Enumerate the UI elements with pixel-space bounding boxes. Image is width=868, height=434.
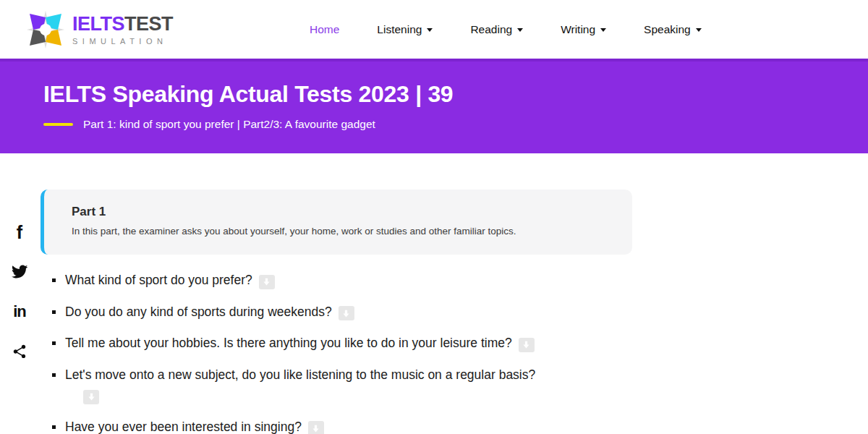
nav-item-label: Writing: [561, 23, 595, 36]
question-text: Let's move onto a new subject, do you li…: [65, 367, 535, 382]
question-text: What kind of sport do you prefer?: [65, 273, 252, 287]
nav-item-writing[interactable]: Writing: [561, 23, 606, 36]
page: IELTSTEST SIMULATION Home Listening Read…: [0, 0, 868, 434]
hero-subtitle-row: Part 1: kind of sport you prefer | Part2…: [43, 118, 375, 131]
page-title: IELTS Speaking Actual Tests 2023 | 39: [43, 81, 453, 108]
nav-item-speaking[interactable]: Speaking: [644, 23, 702, 36]
question-text: Tell me about your hobbies. Is there any…: [65, 336, 512, 350]
header: IELTSTEST SIMULATION Home Listening Read…: [0, 0, 868, 61]
question-item: Do you do any kind of sports during week…: [52, 304, 642, 321]
hero-banner: IELTS Speaking Actual Tests 2023 | 39 Pa…: [0, 61, 868, 153]
questions-list: What kind of sport do you prefer? Do you…: [52, 272, 642, 434]
nav-item-label: Reading: [470, 23, 512, 36]
audio-download-icon[interactable]: [83, 390, 99, 404]
nav-item-label: Speaking: [644, 23, 691, 36]
subtitle-dash: [43, 123, 73, 126]
question-text: Do you do any kind of sports during week…: [65, 305, 332, 319]
bullet-icon: [52, 373, 56, 377]
chevron-down-icon: [517, 28, 523, 32]
audio-download-icon[interactable]: [308, 421, 324, 434]
chevron-down-icon: [600, 28, 606, 32]
page-subtitle: Part 1: kind of sport you prefer | Part2…: [83, 118, 375, 131]
part-card-description: In this part, the examiner asks you abou…: [72, 226, 618, 237]
question-item: Let's move onto a new subject, do you li…: [52, 367, 642, 404]
bullet-icon: [52, 310, 56, 314]
question-item: What kind of sport do you prefer?: [52, 272, 642, 289]
chevron-down-icon: [427, 28, 433, 32]
chevron-down-icon: [696, 28, 702, 32]
nav-item-label: Listening: [377, 23, 422, 36]
question-item: Have you ever been interested in singing…: [52, 419, 642, 434]
logo-title-primary: IELTS: [72, 13, 124, 35]
part-1-card: Part 1 In this part, the examiner asks y…: [41, 190, 632, 255]
linkedin-icon[interactable]: in: [9, 302, 30, 321]
twitter-icon[interactable]: [9, 263, 30, 281]
logo-subtitle: SIMULATION: [72, 37, 173, 46]
bullet-icon: [52, 341, 56, 345]
question-text: Have you ever been interested in singing…: [65, 420, 302, 434]
logo-title: IELTSTEST: [72, 14, 173, 34]
social-share-rail: f in: [7, 223, 32, 361]
nav-item-reading[interactable]: Reading: [470, 23, 523, 36]
nav-item-home[interactable]: Home: [310, 23, 339, 36]
logo-star-icon: [24, 8, 67, 51]
part-card-title: Part 1: [72, 205, 618, 219]
logo-title-secondary: TEST: [124, 13, 173, 35]
nav-item-listening[interactable]: Listening: [377, 23, 433, 36]
nav-item-label: Home: [310, 23, 339, 36]
audio-download-icon[interactable]: [259, 275, 275, 289]
question-item: Tell me about your hobbies. Is there any…: [52, 335, 642, 352]
logo-text: IELTSTEST SIMULATION: [72, 14, 173, 46]
site-logo[interactable]: IELTSTEST SIMULATION: [24, 8, 173, 51]
facebook-icon[interactable]: f: [9, 223, 30, 242]
main-nav: Home Listening Reading Writing Speaking: [310, 0, 702, 59]
bullet-icon: [52, 425, 56, 429]
share-icon[interactable]: [9, 342, 30, 361]
audio-download-icon[interactable]: [519, 338, 535, 352]
audio-download-icon[interactable]: [339, 306, 354, 320]
bullet-icon: [52, 278, 56, 282]
